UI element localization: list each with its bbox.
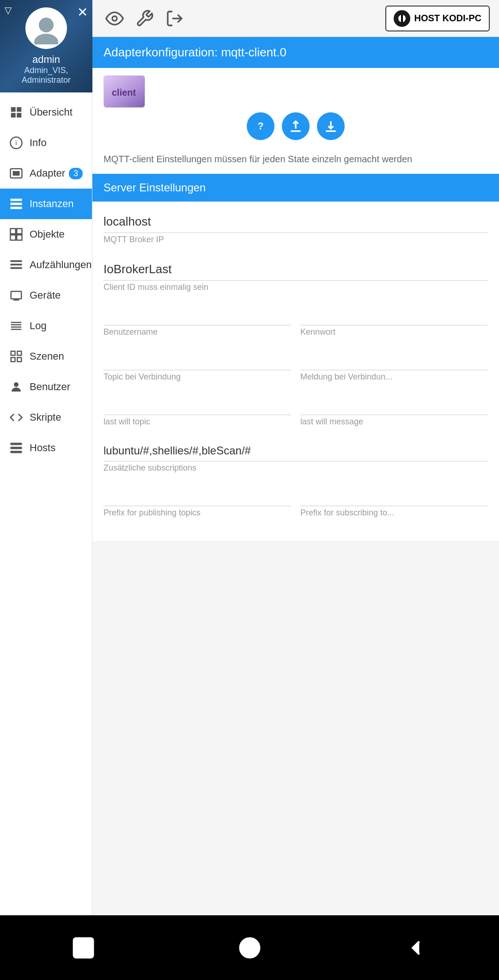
grid-icon [9, 105, 23, 119]
field-last-will-message: last will message [300, 396, 488, 427]
username-value[interactable] [103, 306, 291, 325]
nav-circle-button[interactable] [231, 929, 268, 966]
sidebar-label-gerate: Geräte [30, 289, 61, 301]
sidebar-label-hosts: Hosts [30, 442, 55, 454]
close-icon[interactable]: ✕ [77, 5, 88, 20]
row-topic-meldung: Topic bei Verbindung Meldung bei Verbind… [103, 351, 488, 382]
prefix-publish-label: Prefix for publishing topics [103, 508, 291, 518]
last-will-topic-value[interactable] [103, 396, 291, 415]
svg-rect-30 [11, 451, 22, 453]
toolbar: HOST KODI-PC [92, 0, 499, 37]
svg-point-41 [240, 938, 259, 957]
topic-connection-value[interactable] [103, 351, 291, 370]
prefix-subscribe-value[interactable] [300, 487, 488, 506]
last-will-message-value[interactable] [300, 396, 488, 415]
topic-connection-label: Topic bei Verbindung [103, 372, 291, 382]
instanzen-icon [9, 197, 23, 211]
download-button[interactable] [317, 112, 345, 140]
help-button[interactable]: ? [247, 112, 274, 140]
field-topic-connection: Topic bei Verbindung [103, 351, 291, 382]
bottom-nav [0, 915, 499, 980]
username: admin [32, 54, 60, 66]
exit-icon[interactable] [162, 6, 187, 31]
meldung-verbindung-value[interactable] [300, 351, 488, 370]
svg-rect-14 [17, 229, 22, 234]
sidebar-item-szenen[interactable]: Szenen [0, 341, 92, 372]
svg-rect-29 [11, 447, 22, 449]
avatar [25, 7, 67, 49]
adapter-config-title: Adapterkonfiguration: mqtt-client.0 [92, 37, 499, 68]
adapter-note: MQTT-client Einstellungen müssen für jed… [92, 149, 499, 174]
field-prefix-publish: Prefix for publishing topics [103, 487, 291, 518]
adapter-icon [9, 166, 23, 180]
skripte-icon [9, 410, 23, 424]
sidebar-item-skripte[interactable]: Skripte [0, 402, 92, 433]
password-label: Kennwort [300, 327, 488, 337]
nav-square-button[interactable] [65, 929, 102, 966]
wrench-icon[interactable] [132, 6, 157, 31]
sidebar-label-ubersicht: Übersicht [30, 106, 73, 118]
sidebar-item-aufzahlungen[interactable]: Aufzählungen [0, 250, 92, 280]
field-subscriptions: lubuntu/#,shellies/#,bleScan/# Zusätzlic… [103, 441, 488, 473]
svg-rect-16 [17, 235, 22, 240]
sidebar-nav: Übersicht i Info Adapter 3 Instanzen [0, 92, 92, 463]
svg-rect-4 [11, 113, 16, 117]
client-id-value[interactable]: IoBrokerLast [103, 258, 488, 281]
sidebar-item-hosts[interactable]: Hosts [0, 433, 92, 463]
host-label: HOST KODI-PC [414, 13, 481, 24]
sidebar-item-adapter[interactable]: Adapter 3 [0, 158, 92, 189]
adapter-logo: client [103, 75, 145, 108]
svg-point-0 [39, 18, 54, 32]
svg-rect-10 [11, 199, 22, 201]
svg-rect-3 [17, 107, 21, 112]
field-last-will-topic: last will topic [103, 396, 291, 427]
sidebar: ▽ ✕ admin Admin_VIS, Administrator Übers… [0, 0, 92, 915]
upload-button[interactable] [282, 112, 310, 140]
sidebar-label-adapter: Adapter [30, 167, 65, 179]
sidebar-item-gerate[interactable]: Geräte [0, 280, 92, 311]
svg-text:client: client [112, 87, 136, 98]
svg-rect-9 [13, 171, 20, 176]
sidebar-item-log[interactable]: Log [0, 311, 92, 341]
row-last-will: last will topic last will message [103, 396, 488, 427]
field-meldung-verbindung: Meldung bei Verbindun... [300, 351, 488, 382]
svg-rect-17 [11, 260, 22, 262]
sidebar-item-instanzen[interactable]: Instanzen [0, 189, 92, 219]
field-password: Kennwort [300, 306, 488, 337]
hosts-icon [9, 441, 23, 455]
info-icon: i [9, 136, 23, 150]
svg-text:i: i [15, 139, 17, 147]
dropdown-icon[interactable]: ▽ [5, 5, 12, 16]
client-id-label: Client ID muss einmalig sein [103, 282, 488, 292]
subscriptions-label: Zusätzliche subscriptions [103, 463, 488, 473]
section-header-server: Server Einstellungen [92, 174, 499, 202]
sidebar-label-skripte: Skripte [30, 411, 61, 423]
svg-rect-15 [11, 235, 16, 240]
svg-point-27 [14, 382, 18, 387]
adapter-badge: 3 [69, 168, 83, 179]
svg-rect-34 [401, 15, 403, 22]
field-username: Benutzername [103, 306, 291, 337]
nav-back-button[interactable] [397, 929, 434, 966]
username-label: Benutzername [103, 327, 291, 337]
prefix-publish-value[interactable] [103, 487, 291, 506]
user-role-line1: Admin_VIS, [24, 66, 68, 75]
field-client-id: IoBrokerLast Client ID muss einmalig sei… [103, 258, 488, 292]
objekte-icon [9, 227, 23, 241]
host-button[interactable]: HOST KODI-PC [385, 6, 490, 31]
sidebar-label-objekte: Objekte [30, 228, 65, 240]
mqtt-broker-ip-value[interactable]: localhost [103, 211, 488, 233]
subscriptions-value[interactable]: lubuntu/#,shellies/#,bleScan/# [103, 441, 488, 461]
row-prefix: Prefix for publishing topics Prefix for … [103, 487, 488, 518]
svg-point-31 [112, 16, 117, 21]
password-value[interactable] [300, 306, 488, 325]
sidebar-item-info[interactable]: i Info [0, 128, 92, 158]
eye-icon[interactable] [102, 6, 127, 31]
svg-rect-12 [11, 207, 22, 209]
sidebar-item-ubersicht[interactable]: Übersicht [0, 97, 92, 128]
sidebar-label-log: Log [30, 320, 47, 332]
form-area: localhost MQTT Broker IP IoBrokerLast Cl… [92, 202, 499, 541]
svg-rect-20 [11, 291, 22, 299]
sidebar-item-objekte[interactable]: Objekte [0, 219, 92, 250]
sidebar-item-benutzer[interactable]: Benutzer [0, 372, 92, 402]
